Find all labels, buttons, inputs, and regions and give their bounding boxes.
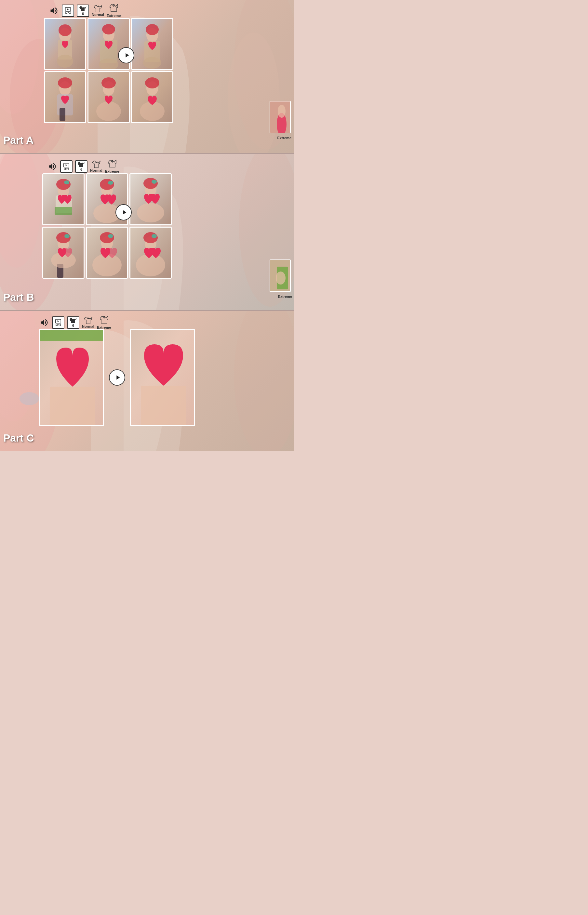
thumb-c1[interactable] [39, 329, 104, 426]
svg-point-71 [152, 234, 157, 238]
svg-point-9 [57, 55, 73, 68]
svg-point-28 [102, 77, 116, 89]
svg-point-72 [136, 253, 165, 276]
mp4-label-a: MP4 [65, 12, 71, 15]
svg-point-23 [58, 77, 72, 89]
thumb-a3[interactable] [131, 18, 173, 70]
image-grid-b [42, 173, 172, 279]
badge-box-b[interactable]: 6 [75, 160, 87, 173]
thumb-a1[interactable] [44, 18, 86, 70]
svg-point-13 [102, 24, 115, 34]
normal-label-b[interactable]: Normal [90, 161, 102, 172]
svg-point-43 [56, 179, 71, 190]
svg-rect-85 [141, 386, 186, 426]
thumb-b3[interactable] [129, 173, 172, 225]
extreme-text-b: Extreme [105, 169, 119, 173]
part-label-c: Part C [3, 432, 34, 444]
controls-bar-b: MP4 6 Normal Extreme [47, 160, 119, 173]
svg-point-20 [143, 57, 161, 69]
extreme-thumb-a[interactable] [270, 101, 291, 133]
svg-point-55 [152, 180, 157, 184]
svg-rect-46 [55, 207, 72, 215]
badge-num-c: 6 [72, 324, 74, 328]
image-grid-c [39, 329, 195, 426]
svg-point-79 [234, 311, 294, 451]
svg-point-29 [96, 102, 121, 121]
svg-point-10 [58, 24, 71, 36]
extreme-label-b[interactable]: Extreme [105, 160, 119, 173]
mp4-label-b: MP4 [64, 168, 69, 170]
controls-bar-c: MP4 6 Normal Extreme [39, 316, 111, 329]
svg-point-44 [64, 181, 69, 184]
badge-num-a: 6 [82, 12, 84, 16]
thumb-b4[interactable] [42, 227, 84, 279]
thumb-b1[interactable] [42, 173, 84, 225]
svg-rect-82 [40, 330, 104, 341]
extreme-thumb-b[interactable] [270, 260, 291, 292]
svg-rect-25 [60, 108, 65, 121]
thumb-b6[interactable] [129, 227, 172, 279]
thumb-slot-a3 [131, 18, 173, 70]
svg-point-18 [146, 24, 159, 35]
svg-rect-83 [50, 387, 95, 426]
mp4-label-c: MP4 [56, 324, 61, 326]
extreme-label-c[interactable]: Extreme [97, 316, 111, 329]
mp4-button-c[interactable]: MP4 [52, 316, 65, 329]
section-part-b: MP4 6 Normal Extreme [0, 154, 294, 310]
svg-point-32 [145, 77, 159, 89]
sound-button-a[interactable] [49, 5, 59, 16]
svg-point-75 [276, 271, 286, 284]
sound-button-c[interactable] [39, 317, 49, 328]
extreme-label-a[interactable]: Extreme [107, 4, 121, 18]
extreme-text-c: Extreme [97, 326, 111, 329]
section-part-a: MP4 6 Normal Extreme [0, 0, 294, 153]
mp4-button-b[interactable]: MP4 [60, 160, 73, 173]
mp4-button-a[interactable]: MP4 [62, 5, 74, 17]
svg-point-66 [108, 234, 113, 238]
extreme-text-a: Extreme [107, 14, 121, 18]
badge-box-c[interactable]: 6 [67, 316, 79, 329]
extreme-label-text-a: Extreme [278, 136, 291, 140]
normal-label-a[interactable]: Normal [92, 5, 104, 16]
section-part-c: MP4 6 Normal Extreme [0, 311, 294, 451]
extreme-label-text-b: Extreme [278, 295, 292, 299]
controls-bar-a: MP4 6 Normal Extreme [49, 4, 121, 18]
svg-point-67 [92, 253, 122, 276]
play-button-a[interactable] [118, 47, 134, 63]
thumb-c2[interactable] [130, 329, 195, 426]
thumb-a5[interactable] [87, 71, 130, 123]
normal-text-a: Normal [92, 13, 104, 16]
svg-point-78 [19, 392, 39, 405]
part-label-a: Part A [3, 134, 34, 146]
normal-text-b: Normal [90, 168, 102, 172]
sound-button-b[interactable] [47, 161, 58, 172]
svg-point-60 [65, 234, 69, 238]
svg-point-50 [108, 181, 113, 185]
part-label-b: Part B [3, 291, 34, 303]
thumb-a4[interactable] [44, 71, 86, 123]
thumb-b5[interactable] [86, 227, 128, 279]
thumb-a6[interactable] [131, 71, 173, 123]
svg-point-36 [278, 105, 286, 118]
play-button-b[interactable] [115, 204, 132, 221]
play-button-c[interactable] [109, 370, 125, 386]
normal-label-c[interactable]: Normal [82, 317, 94, 328]
image-grid-a [44, 18, 173, 123]
badge-box-a[interactable]: 6 [77, 5, 89, 17]
normal-text-c: Normal [82, 324, 94, 328]
svg-point-56 [137, 203, 164, 223]
badge-num-b: 6 [80, 168, 82, 171]
